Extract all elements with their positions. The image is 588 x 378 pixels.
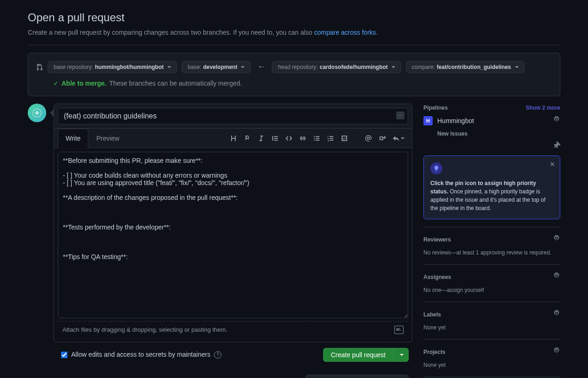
check-icon: ✓ [53, 79, 59, 88]
merge-able-text: Able to merge. [61, 79, 106, 88]
pipeline-badge: H [423, 116, 433, 125]
sidebar-pipelines-title: Pipelines [423, 104, 448, 112]
pr-title-input[interactable] [58, 108, 408, 124]
caret-down-icon [167, 66, 171, 68]
labels-body: None yet [423, 323, 560, 332]
page-subtitle: Create a new pull request by comparing c… [28, 28, 560, 45]
git-compare-icon [36, 63, 43, 71]
sidebar-assignees-title: Assignees [423, 273, 451, 281]
code-icon[interactable] [285, 135, 293, 142]
merge-status: ✓ Able to merge. These branches can be a… [53, 79, 552, 88]
gear-icon[interactable] [553, 310, 560, 320]
pipeline-status: New Issues [437, 130, 560, 138]
gear-icon[interactable] [553, 235, 560, 245]
allow-edits-checkbox[interactable] [61, 352, 67, 358]
subtitle-text: Create a new pull request by comparing c… [28, 29, 314, 36]
allow-edits-checkbox-wrap[interactable]: Allow edits and access to secrets by mai… [57, 350, 221, 359]
markdown-icon[interactable]: M↓ [394, 326, 404, 334]
base-repo-selector[interactable]: base repository: hummingbot/hummingbot [48, 61, 177, 73]
tasklist-icon[interactable] [341, 135, 348, 142]
compare-branch-value: feat/contribution_guidelines [437, 64, 511, 70]
caret-down-icon [241, 66, 245, 68]
markdown-toolbar [230, 135, 408, 142]
caret-down-icon [392, 66, 395, 68]
arrow-left-icon: ← [255, 61, 267, 73]
tab-preview[interactable]: Preview [88, 129, 127, 148]
base-branch-label: base: [188, 64, 201, 70]
assignees-body[interactable]: No one—assign yourself [423, 286, 560, 294]
base-repo-label: base repository: [54, 64, 93, 70]
pr-body-textarea[interactable] [58, 152, 408, 318]
help-icon[interactable]: ? [214, 351, 221, 359]
gear-icon[interactable] [553, 347, 560, 357]
base-branch-value: development [203, 64, 237, 70]
default-pipeline-select[interactable]: Default Pipeline: New Issues [305, 375, 409, 378]
base-branch-selector[interactable]: base: development [182, 61, 251, 73]
reviewers-body: No reviews—at least 1 approving review i… [423, 248, 560, 257]
projects-body: None yet [423, 361, 560, 369]
page-title: Open a pull request [28, 9, 560, 26]
avatar-icon [32, 108, 42, 118]
avatar [28, 104, 46, 122]
mention-icon[interactable] [365, 135, 372, 142]
quote-icon[interactable] [271, 135, 279, 142]
cross-reference-icon[interactable] [379, 135, 386, 142]
pipeline-item[interactable]: H Hummingbot [423, 116, 474, 126]
subtitle-suffix: . [376, 29, 378, 36]
pipeline-name: Hummingbot [437, 116, 474, 126]
base-repo-value: hummingbot/hummingbot [95, 64, 164, 70]
compare-branch-selector[interactable]: compare: feat/contribution_guidelines [406, 61, 525, 73]
list-unordered-icon[interactable] [313, 135, 320, 142]
gear-icon[interactable] [553, 116, 560, 126]
create-pr-dropdown[interactable] [393, 348, 409, 362]
list-ordered-icon[interactable] [327, 135, 334, 142]
reply-icon[interactable] [392, 135, 404, 142]
tip-box: ✕ Click the pin icon to assign high prio… [423, 155, 560, 219]
sidebar-reviewers-title: Reviewers [423, 235, 451, 244]
sidebar-projects-title: Projects [423, 348, 445, 356]
show-more-link[interactable]: Show 2 more [526, 104, 560, 112]
italic-icon[interactable] [257, 135, 265, 142]
pr-form: ⋯ Write Preview [54, 104, 412, 342]
close-icon[interactable]: ✕ [550, 160, 555, 169]
bold-icon[interactable] [244, 135, 251, 142]
compare-box: base repository: hummingbot/hummingbot b… [28, 53, 560, 96]
link-icon[interactable] [299, 135, 306, 142]
lightbulb-icon [430, 162, 442, 174]
tab-write[interactable]: Write [58, 129, 88, 148]
create-pr-button[interactable]: Create pull request [323, 348, 393, 362]
allow-edits-label: Allow edits and access to secrets by mai… [71, 350, 210, 359]
title-badge-icon: ⋯ [396, 112, 404, 119]
heading-icon[interactable] [230, 135, 237, 142]
head-repo-label: head repository: [278, 64, 318, 70]
attach-hint[interactable]: Attach files by dragging & dropping, sel… [62, 325, 227, 335]
head-repo-value: cardosofede/hummingbot [319, 64, 387, 70]
head-repo-selector[interactable]: head repository: cardosofede/hummingbot [272, 61, 401, 73]
merge-detail-text: These branches can be automatically merg… [109, 79, 242, 88]
pin-icon[interactable] [553, 141, 560, 151]
compare-branch-label: compare: [412, 64, 435, 70]
gear-icon[interactable] [553, 272, 560, 282]
sidebar-labels-title: Labels [423, 310, 441, 319]
compare-forks-link[interactable]: compare across forks [314, 29, 376, 36]
caret-down-icon [515, 66, 519, 68]
